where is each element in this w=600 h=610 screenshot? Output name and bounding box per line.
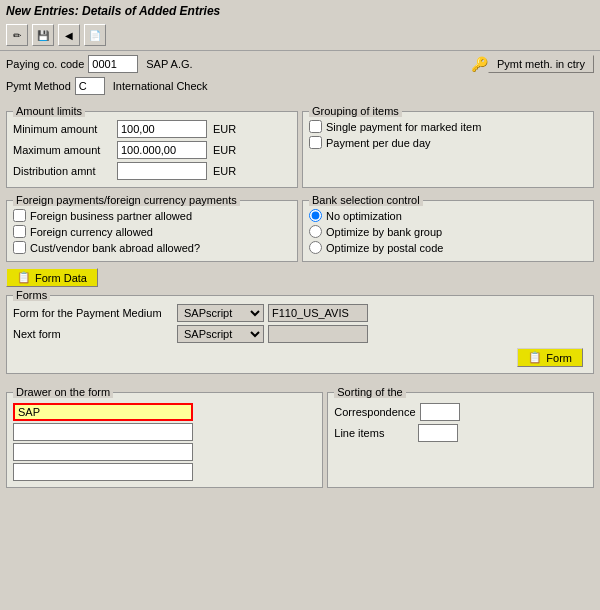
dist-amount-label: Distribution amnt (13, 165, 113, 177)
back-button[interactable]: ◀ (58, 24, 80, 46)
forms-title: Forms (13, 289, 50, 301)
form-icon: 📋 (17, 271, 31, 284)
foreign-payments-group: Foreign payments/foreign currency paymen… (6, 200, 298, 262)
correspondence-input[interactable] (420, 403, 460, 421)
payment-medium-select[interactable]: SAPscript SmartForms (177, 304, 264, 322)
line-items-input[interactable] (418, 424, 458, 442)
max-currency: EUR (213, 144, 236, 156)
by-group-radio[interactable] (309, 225, 322, 238)
form-btn-label: Form (546, 352, 572, 364)
by-postal-radio[interactable] (309, 241, 322, 254)
line-items-label: Line items (334, 427, 414, 439)
bank-selection-title: Bank selection control (309, 194, 423, 206)
foreign-bp-label: Foreign business partner allowed (30, 210, 192, 222)
pymt-method-label: Pymt Method (6, 80, 71, 92)
single-payment-checkbox[interactable] (309, 120, 322, 133)
dist-currency: EUR (213, 165, 236, 177)
no-opt-label: No optimization (326, 210, 402, 222)
by-postal-label: Optimize by postal code (326, 242, 443, 254)
payment-medium-value[interactable] (268, 304, 368, 322)
page-title: New Entries: Details of Added Entries (6, 4, 220, 18)
cust-vendor-label: Cust/vendor bank abroad allowed? (30, 242, 200, 254)
drawer-title: Drawer on the form (13, 386, 113, 398)
drawer-line4-input[interactable] (13, 463, 193, 481)
doc-button[interactable]: 📄 (84, 24, 106, 46)
key-icon: 🔑 (471, 56, 488, 72)
amount-limits-group: Amount limits Minimum amount EUR Maximum… (6, 111, 298, 188)
next-form-select[interactable]: SAPscript SmartForms (177, 325, 264, 343)
form-data-label: Form Data (35, 272, 87, 284)
foreign-currency-checkbox[interactable] (13, 225, 26, 238)
next-form-label: Next form (13, 328, 173, 340)
pymt-meth-ctry-label: Pymt meth. in ctry (497, 58, 585, 70)
grouping-group: Grouping of items Single payment for mar… (302, 111, 594, 188)
bank-selection-group: Bank selection control No optimization O… (302, 200, 594, 262)
header-section: Paying co. code SAP A.G. 🔑 Pymt meth. in… (0, 51, 600, 101)
cust-vendor-checkbox[interactable] (13, 241, 26, 254)
pymt-meth-ctry-button[interactable]: Pymt meth. in ctry (488, 55, 594, 73)
max-amount-input[interactable] (117, 141, 207, 159)
grouping-title: Grouping of items (309, 105, 402, 117)
paying-code-input[interactable] (88, 55, 138, 73)
form-data-button[interactable]: 📋 Form Data (6, 268, 98, 287)
pymt-method-desc: International Check (113, 80, 208, 92)
single-payment-label: Single payment for marked item (326, 121, 481, 133)
dist-amount-input[interactable] (117, 162, 207, 180)
by-group-label: Optimize by bank group (326, 226, 442, 238)
min-amount-label: Minimum amount (13, 123, 113, 135)
forms-group: Forms Form for the Payment Medium SAPscr… (6, 295, 594, 374)
payment-due-label: Payment per due day (326, 137, 431, 149)
form-data-section: 📋 Form Data Forms Form for the Payment M… (0, 264, 600, 378)
form-btn-icon: 📋 (528, 351, 542, 364)
form-button[interactable]: 📋 Form (517, 348, 583, 367)
next-form-value[interactable] (268, 325, 368, 343)
foreign-currency-label: Foreign currency allowed (30, 226, 153, 238)
amount-limits-title: Amount limits (13, 105, 85, 117)
pencil-button[interactable]: ✏ (6, 24, 28, 46)
no-opt-radio[interactable] (309, 209, 322, 222)
min-currency: EUR (213, 123, 236, 135)
drawer-line3-input[interactable] (13, 443, 193, 461)
save-button[interactable]: 💾 (32, 24, 54, 46)
payment-medium-label: Form for the Payment Medium (13, 307, 173, 319)
sorting-title: Sorting of the (334, 386, 405, 398)
correspondence-label: Correspondence (334, 406, 415, 418)
pymt-method-input[interactable] (75, 77, 105, 95)
paying-code-label: Paying co. code (6, 58, 84, 70)
company-name: SAP A.G. (146, 58, 192, 70)
foreign-payments-title: Foreign payments/foreign currency paymen… (13, 194, 240, 206)
foreign-bp-checkbox[interactable] (13, 209, 26, 222)
drawer-line2-input[interactable] (13, 423, 193, 441)
title-bar: New Entries: Details of Added Entries (0, 0, 600, 22)
drawer-line1-input[interactable] (13, 403, 193, 421)
drawer-group: Drawer on the form (6, 392, 323, 488)
sorting-group: Sorting of the Correspondence Line items (327, 392, 594, 488)
max-amount-label: Maximum amount (13, 144, 113, 156)
min-amount-input[interactable] (117, 120, 207, 138)
toolbar: ✏ 💾 ◀ 📄 (0, 22, 600, 51)
payment-due-checkbox[interactable] (309, 136, 322, 149)
